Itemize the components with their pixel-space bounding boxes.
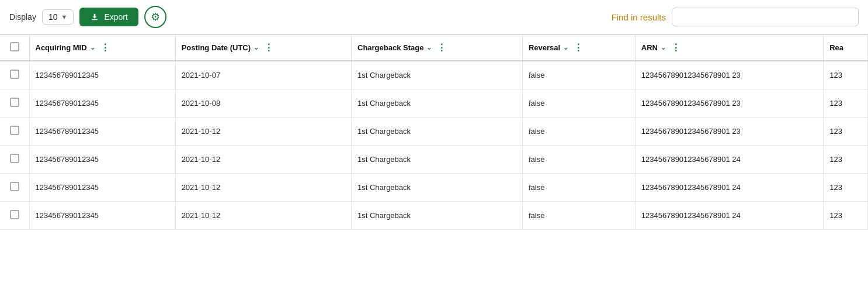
table-wrapper: Acquiring MID ⌄ ⋮ Posting Date (UTC) ⌄ ⋮… (0, 34, 868, 230)
table-header-row: Acquiring MID ⌄ ⋮ Posting Date (UTC) ⌄ ⋮… (0, 35, 868, 61)
row-reversal: false (522, 202, 635, 230)
display-value: 10 (48, 12, 58, 22)
col-acquiring-mid: Acquiring MID ⌄ ⋮ (29, 35, 175, 61)
row-select-checkbox[interactable] (10, 126, 19, 135)
row-rea: 123 (824, 146, 868, 174)
table-row: 123456789012345 2021-10-08 1st Chargebac… (0, 89, 868, 118)
select-all-checkbox[interactable] (10, 42, 19, 51)
sort-icon-chargeback-stage[interactable]: ⌄ (426, 44, 432, 51)
row-arn: 123456789012345678901 23 (635, 61, 823, 89)
row-posting-date: 2021-10-12 (175, 202, 351, 230)
col-arn-label: ARN (641, 43, 658, 52)
display-select[interactable]: 10 ▼ (42, 9, 74, 25)
row-rea: 123 (824, 89, 868, 118)
table-row: 123456789012345 2021-10-12 1st Chargebac… (0, 202, 868, 230)
toolbar-right: Find in results (612, 8, 859, 26)
row-checkbox (0, 202, 29, 230)
col-menu-arn[interactable]: ⋮ (671, 42, 680, 53)
row-arn: 123456789012345678901 24 (635, 174, 823, 202)
row-rea: 123 (824, 174, 868, 202)
sort-icon-acquiring-mid[interactable]: ⌄ (90, 44, 95, 51)
row-posting-date: 2021-10-08 (175, 89, 351, 118)
row-posting-date: 2021-10-07 (175, 61, 351, 89)
row-checkbox (0, 118, 29, 146)
row-chargeback-stage: 1st Chargeback (352, 89, 523, 118)
export-icon (90, 12, 99, 22)
col-menu-chargeback-stage[interactable]: ⋮ (437, 42, 446, 53)
row-chargeback-stage: 1st Chargeback (352, 118, 523, 146)
col-chargeback-stage-label: Chargeback Stage (357, 43, 423, 52)
row-posting-date: 2021-10-12 (175, 146, 351, 174)
row-checkbox (0, 61, 29, 89)
row-arn: 123456789012345678901 23 (635, 89, 823, 118)
row-select-checkbox[interactable] (10, 154, 19, 163)
row-reversal: false (522, 118, 635, 146)
col-reversal: Reversal ⌄ ⋮ (522, 35, 635, 61)
row-chargeback-stage: 1st Chargeback (352, 174, 523, 202)
row-chargeback-stage: 1st Chargeback (352, 146, 523, 174)
table-row: 123456789012345 2021-10-12 1st Chargebac… (0, 146, 868, 174)
row-chargeback-stage: 1st Chargeback (352, 61, 523, 89)
chevron-down-icon: ▼ (61, 13, 67, 20)
col-arn: ARN ⌄ ⋮ (635, 35, 823, 61)
row-rea: 123 (824, 202, 868, 230)
col-rea: Rea (824, 35, 868, 61)
row-acquiring-mid: 123456789012345 (29, 89, 175, 118)
row-acquiring-mid: 123456789012345 (29, 118, 175, 146)
export-label: Export (104, 12, 127, 22)
col-rea-label: Rea (829, 43, 843, 52)
settings-button[interactable]: ⚙ (144, 6, 166, 28)
row-acquiring-mid: 123456789012345 (29, 146, 175, 174)
col-checkbox (0, 35, 29, 61)
row-arn: 123456789012345678901 23 (635, 118, 823, 146)
row-select-checkbox[interactable] (10, 210, 19, 219)
row-rea: 123 (824, 61, 868, 89)
col-posting-date: Posting Date (UTC) ⌄ ⋮ (175, 35, 351, 61)
find-input[interactable] (672, 8, 859, 26)
row-chargeback-stage: 1st Chargeback (352, 202, 523, 230)
row-select-checkbox[interactable] (10, 70, 19, 79)
row-posting-date: 2021-10-12 (175, 174, 351, 202)
export-button[interactable]: Export (79, 8, 138, 26)
table-row: 123456789012345 2021-10-12 1st Chargebac… (0, 174, 868, 202)
sort-icon-reversal[interactable]: ⌄ (563, 44, 568, 51)
row-select-checkbox[interactable] (10, 98, 19, 107)
row-arn: 123456789012345678901 24 (635, 146, 823, 174)
table-row: 123456789012345 2021-10-12 1st Chargebac… (0, 118, 868, 146)
data-table: Acquiring MID ⌄ ⋮ Posting Date (UTC) ⌄ ⋮… (0, 34, 868, 230)
sort-icon-arn[interactable]: ⌄ (661, 44, 666, 51)
row-reversal: false (522, 174, 635, 202)
row-checkbox (0, 174, 29, 202)
toolbar: Display 10 ▼ Export ⚙ Find in results (0, 0, 868, 34)
row-acquiring-mid: 123456789012345 (29, 202, 175, 230)
gear-icon: ⚙ (151, 11, 160, 23)
col-posting-date-label: Posting Date (UTC) (182, 43, 251, 52)
toolbar-left: Display 10 ▼ Export ⚙ (9, 6, 166, 28)
col-menu-acquiring-mid[interactable]: ⋮ (100, 42, 110, 53)
sort-icon-posting-date[interactable]: ⌄ (254, 44, 259, 51)
row-checkbox (0, 146, 29, 174)
col-acquiring-mid-label: Acquiring MID (36, 43, 87, 52)
row-posting-date: 2021-10-12 (175, 118, 351, 146)
row-select-checkbox[interactable] (10, 182, 19, 191)
col-menu-posting-date[interactable]: ⋮ (264, 42, 273, 53)
row-acquiring-mid: 123456789012345 (29, 174, 175, 202)
row-rea: 123 (824, 118, 868, 146)
row-acquiring-mid: 123456789012345 (29, 61, 175, 89)
col-reversal-label: Reversal (529, 43, 560, 52)
col-chargeback-stage: Chargeback Stage ⌄ ⋮ (352, 35, 523, 61)
row-checkbox (0, 89, 29, 118)
row-reversal: false (522, 146, 635, 174)
row-arn: 123456789012345678901 24 (635, 202, 823, 230)
row-reversal: false (522, 89, 635, 118)
row-reversal: false (522, 61, 635, 89)
col-menu-reversal[interactable]: ⋮ (574, 42, 583, 53)
find-label: Find in results (612, 12, 666, 22)
display-label: Display (9, 12, 36, 22)
table-row: 123456789012345 2021-10-07 1st Chargebac… (0, 61, 868, 89)
